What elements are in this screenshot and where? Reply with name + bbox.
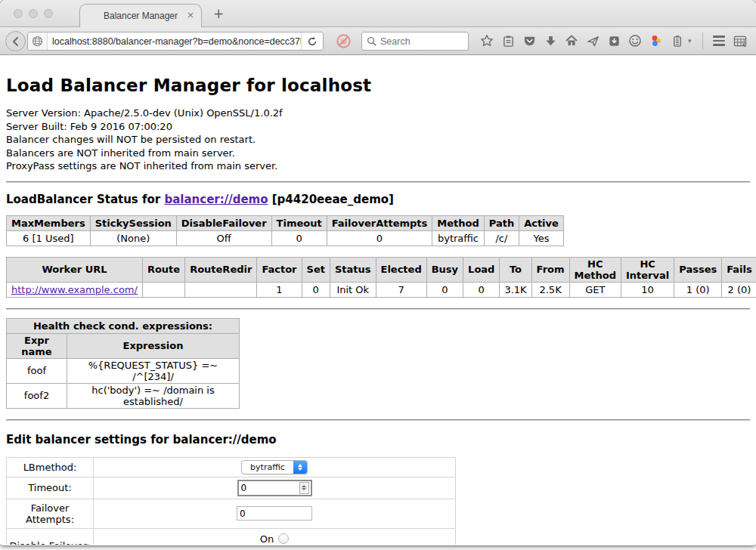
cell-path: /c/ (484, 230, 519, 246)
address-bar[interactable]: localhost:8880/balancer-manager?b=demo&n… (27, 32, 324, 51)
timeout-row: Timeout: (7, 477, 456, 499)
cell-hc-interval: 10 (621, 282, 674, 297)
hamburger-icon (713, 36, 725, 46)
status-heading-suffix: [p4420eeae_demo] (268, 193, 394, 206)
new-tab-button[interactable]: + (213, 6, 224, 21)
hc-row-foof2: foof2 hc('body') =~ /domain is establish… (7, 383, 240, 408)
col-passes: Passes (674, 257, 722, 282)
disable-failover-on-radio[interactable] (278, 533, 289, 544)
hc-title-row: Health check cond. expressions: (7, 318, 240, 333)
cell-load: 0 (463, 282, 500, 297)
loadbalancer-status-heading: LoadBalancer Status for balancer://demo … (6, 193, 750, 206)
lbmethod-label: LBmethod: (7, 457, 94, 477)
cell-fails: 2 (0) (722, 282, 756, 297)
worker-status-table: Worker URL Route RouteRedir Factor Set S… (6, 257, 756, 298)
pocket-button[interactable] (519, 30, 540, 51)
pocket-icon (523, 35, 536, 48)
health-check-table: Health check cond. expressions: Expr nam… (6, 318, 240, 409)
navigation-toolbar: localhost:8880/balancer-manager?b=demo&n… (0, 27, 756, 55)
select-stepper-icon (293, 460, 307, 474)
failover-attempts-input[interactable] (237, 506, 312, 521)
cell-elected: 7 (376, 282, 426, 297)
lbmethod-select[interactable]: bytraffic (241, 460, 308, 474)
col-active: Active (519, 215, 564, 230)
extension-colored-button[interactable] (646, 30, 667, 51)
cell-active: Yes (519, 230, 564, 246)
edit-balancer-form: LBmethod: bytraffic Timeout: (6, 457, 456, 545)
col-maxmembers: MaxMembers (7, 215, 91, 230)
disable-failover-row: Disable Failover: On Off (7, 528, 456, 545)
lbmethod-row: LBmethod: bytraffic (7, 457, 456, 477)
col-set: Set (302, 257, 330, 282)
proxypass-note-line: ProxyPass settings are NOT inherited fro… (6, 159, 750, 173)
failover-attempts-label: Failover Attempts: (7, 499, 94, 528)
cell-routeredir (185, 282, 257, 297)
bookmarks-menu-button[interactable] (497, 30, 519, 51)
url-text[interactable]: localhost:8880/balancer-manager?b=demo&n… (48, 36, 301, 47)
col-stickysession: StickySession (90, 215, 176, 230)
number-spinner-icon[interactable] (299, 482, 309, 494)
col-fails: Fails (722, 257, 756, 282)
minimize-window-button[interactable] (29, 9, 38, 18)
reload-icon (307, 36, 318, 47)
table-row: 6 [1 Used] (None) Off 0 0 bytraffic /c/ … (7, 230, 564, 246)
sidebar-grid-button[interactable] (730, 30, 751, 51)
disable-failover-label: Disable Failover: (7, 528, 94, 545)
reload-button[interactable] (301, 32, 323, 50)
col-routeredir: RouteRedir (185, 257, 257, 282)
cell-to: 3.1K (500, 282, 531, 297)
col-status: Status (330, 257, 376, 282)
downloads-button[interactable] (540, 30, 561, 51)
bookmark-star-button[interactable] (476, 30, 497, 51)
overflow-caret-icon[interactable]: ▾ (688, 37, 697, 45)
close-window-button[interactable] (14, 9, 23, 18)
col-from: From (531, 257, 569, 282)
feedback-button[interactable] (624, 30, 646, 51)
colored-dots-icon (649, 34, 663, 48)
col-busy: Busy (426, 257, 463, 282)
search-input[interactable] (380, 36, 456, 47)
globe-icon (32, 36, 43, 47)
page-title: Load Balancer Manager for localhost (6, 76, 750, 95)
home-icon (565, 34, 578, 48)
worker-url-link[interactable]: http://www.example.com/ (11, 284, 138, 295)
cell-expression: %{REQUEST_STATUS} =~ /^[234]/ (67, 358, 240, 383)
lbmethod-selected-value: bytraffic (242, 462, 293, 472)
download-icon (544, 35, 557, 48)
worker-row: http://www.example.com/ 1 0 Init Ok 7 0 … (7, 282, 756, 297)
col-timeout: Timeout (271, 215, 327, 230)
window-controls (14, 9, 53, 18)
balancer-status-table: MaxMembers StickySession DisableFailover… (6, 215, 564, 246)
site-identity-button[interactable] (28, 32, 48, 50)
menu-button[interactable] (708, 30, 730, 51)
back-arrow-icon (11, 36, 21, 47)
balancer-demo-link[interactable]: balancer://demo (164, 193, 268, 206)
toolbar-buttons: ▾ (476, 27, 751, 54)
timeout-input[interactable] (239, 483, 299, 493)
search-icon (367, 36, 376, 46)
col-to: To (500, 257, 531, 282)
back-button[interactable] (5, 31, 26, 51)
home-button[interactable] (561, 30, 582, 51)
cell-maxmembers: 6 [1 Used] (7, 230, 91, 246)
tab-title: Balancer Manager (104, 11, 178, 21)
adblock-button[interactable] (336, 33, 352, 49)
col-load: Load (463, 257, 500, 282)
inherit-note-line: Balancers are NOT inherited from main se… (6, 147, 750, 160)
star-icon (480, 34, 494, 48)
col-failoverattempts: FailoverAttempts (327, 215, 432, 230)
divider (6, 308, 750, 310)
share-button[interactable] (582, 30, 603, 51)
save-to-device-button[interactable] (603, 30, 624, 51)
tab-close-icon[interactable]: × (187, 10, 194, 20)
search-bar[interactable] (361, 32, 469, 51)
cell-set: 0 (302, 282, 330, 297)
col-hc-interval: HC Interval (621, 257, 674, 282)
cell-expr-name: foof2 (7, 383, 67, 408)
battery-status-button[interactable] (667, 30, 688, 51)
zoom-window-button[interactable] (44, 9, 53, 18)
col-path: Path (484, 215, 519, 230)
cell-hc-method: GET (569, 282, 621, 297)
server-version-line: Server Version: Apache/2.5.0-dev (Unix) … (6, 107, 750, 120)
tab-balancer-manager[interactable]: Balancer Manager × (79, 4, 202, 27)
